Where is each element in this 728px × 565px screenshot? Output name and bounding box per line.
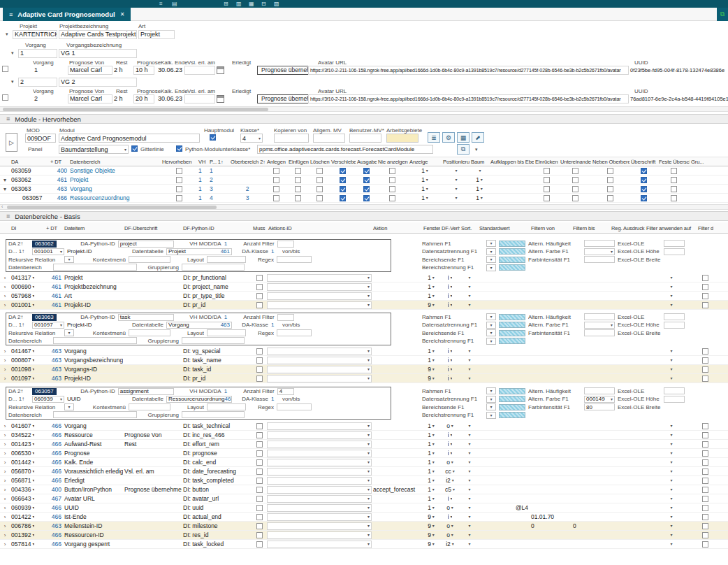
- datentabelle-field[interactable]: Vorgang463: [166, 322, 232, 329]
- filter-anwenden-select[interactable]: ▾: [669, 469, 672, 473]
- bereichstrennung-color-field[interactable]: [499, 412, 525, 418]
- row-expander[interactable]: ›: [0, 357, 10, 364]
- df-verh-select[interactable]: o▾: [446, 504, 453, 511]
- di-select[interactable]: 001422▾: [11, 513, 34, 520]
- df-verh-select[interactable]: cc▾: [445, 468, 455, 475]
- aktions-id-field[interactable]: ▾: [267, 292, 372, 300]
- filter-anwenden-select[interactable]: ▾: [669, 460, 672, 464]
- df-verh-select[interactable]: i▾: [448, 366, 453, 373]
- rekursive-relation-select[interactable]: ▾: [64, 403, 74, 410]
- di-select[interactable]: 001392▾: [11, 531, 34, 538]
- fenster-select[interactable]: 1▾: [428, 504, 435, 511]
- bereichsende-select[interactable]: ▾: [486, 256, 496, 263]
- ausgabe-checkbox[interactable]: [363, 186, 370, 192]
- aktions-id-field[interactable]: ▾: [267, 522, 372, 530]
- di-select[interactable]: 041317▾: [11, 274, 34, 281]
- open-window-button[interactable]: ⧉: [717, 8, 728, 21]
- farbintensitaet-field[interactable]: [584, 256, 615, 263]
- datentabelle-field[interactable]: Ressourcenzuordnung466: [166, 396, 232, 403]
- datenbereich-field[interactable]: [53, 411, 137, 418]
- tab-menu-icon[interactable]: ≡: [9, 11, 13, 18]
- baum-select[interactable]: 1▾: [476, 194, 483, 201]
- benutzer-mv-field[interactable]: [349, 134, 381, 143]
- bereichstrennung-select[interactable]: ▾: [486, 412, 496, 419]
- table-icon[interactable]: ▦: [249, 1, 254, 7]
- python-modulunterklasse-checkbox[interactable]: [176, 145, 182, 152]
- da-id[interactable]: 063057: [32, 388, 57, 395]
- di-select[interactable]: 000807▾: [11, 357, 34, 364]
- filter-anwenden-select[interactable]: ▾: [669, 276, 672, 280]
- kontextmenu-field[interactable]: [129, 403, 170, 410]
- excel-ole-hoehe-field[interactable]: [664, 322, 685, 329]
- di-select[interactable]: 001098▾: [11, 366, 34, 373]
- muss-checkbox[interactable]: [256, 505, 263, 511]
- dateitem-select[interactable]: 001097▾: [32, 322, 64, 329]
- bereichsende-select[interactable]: ▾: [486, 403, 496, 410]
- sort-select[interactable]: ▾: [467, 442, 470, 446]
- fenster-select[interactable]: 1▾: [428, 283, 435, 290]
- di-select[interactable]: 000690▾: [11, 283, 34, 290]
- project-name-field[interactable]: KARTENTRICKS: [13, 30, 57, 39]
- list-settings-icon[interactable]: ≣: [428, 132, 440, 143]
- hervorheben-checkbox[interactable]: [176, 177, 182, 183]
- filter-deak-checkbox[interactable]: [702, 302, 708, 308]
- fenster-select[interactable]: 1▾: [428, 274, 435, 281]
- grid-icon[interactable]: ⊟: [261, 1, 266, 7]
- muss-checkbox[interactable]: [256, 450, 263, 457]
- di-select[interactable]: 001423▾: [11, 441, 34, 448]
- filter-deak-checkbox[interactable]: [702, 423, 708, 429]
- row-expander[interactable]: ›: [0, 487, 10, 493]
- row-expander[interactable]: ▾: [0, 177, 10, 183]
- muss-checkbox[interactable]: [256, 541, 263, 548]
- fenster-select[interactable]: 9▾: [428, 522, 435, 529]
- aktions-id-field[interactable]: ▾: [267, 431, 372, 439]
- datensatztrennung-color-field[interactable]: [499, 396, 525, 402]
- filter-deak-checkbox[interactable]: [702, 366, 708, 373]
- altern-farbe-select[interactable]: ▾: [584, 248, 615, 255]
- filter-deak-checkbox[interactable]: [702, 348, 708, 355]
- ueberschrift-checkbox[interactable]: [641, 177, 647, 183]
- aktions-id-field[interactable]: ▾: [267, 531, 372, 539]
- layout-field[interactable]: [207, 329, 246, 336]
- filter-anwenden-select[interactable]: ▾: [669, 442, 672, 446]
- einfuegen-checkbox[interactable]: [295, 168, 301, 174]
- rekursive-relation-select[interactable]: ▾: [64, 256, 74, 263]
- filter-anwenden-select[interactable]: ▾: [669, 506, 672, 510]
- sort-select[interactable]: ▾: [467, 376, 470, 380]
- positionierung-select[interactable]: ▾: [453, 178, 457, 182]
- di-select[interactable]: 060939▾: [11, 504, 34, 511]
- fenster-select[interactable]: 1▾: [428, 486, 435, 493]
- di-select[interactable]: 056870▾: [11, 468, 34, 475]
- einruecken-checkbox[interactable]: [544, 195, 550, 201]
- filter-anwenden-select[interactable]: ▾: [669, 487, 672, 492]
- row-expander[interactable]: ›: [0, 366, 10, 373]
- nie-anzeigen-checkbox[interactable]: [389, 168, 395, 174]
- row-expander[interactable]: ›: [0, 275, 10, 281]
- muss-checkbox[interactable]: [256, 293, 263, 299]
- filter-anwenden-select[interactable]: ▾: [669, 376, 672, 380]
- muss-checkbox[interactable]: [256, 275, 263, 281]
- layout-field[interactable]: [207, 256, 246, 263]
- section-menu-icon[interactable]: ≡: [6, 115, 10, 122]
- rahmen-color-field[interactable]: [499, 314, 525, 320]
- filter-anwenden-select[interactable]: ▾: [669, 524, 672, 528]
- hervorheben-checkbox[interactable]: [176, 186, 182, 192]
- datensatztrennung-select[interactable]: ▾: [486, 248, 496, 255]
- fenster-select[interactable]: 9▾: [428, 366, 435, 373]
- baum-select[interactable]: ▾: [477, 169, 481, 173]
- bereichsende-color-field[interactable]: [499, 257, 525, 263]
- fenster-select[interactable]: 1▾: [428, 431, 435, 438]
- calendar-icon[interactable]: [217, 95, 224, 103]
- einruecken-checkbox[interactable]: [544, 177, 550, 183]
- filter-deak-checkbox[interactable]: [702, 284, 708, 290]
- filter-anwenden-select[interactable]: ▾: [669, 496, 672, 501]
- row-expander[interactable]: ›: [0, 348, 10, 355]
- di-select[interactable]: 004336▾: [11, 486, 34, 493]
- hauptmodul-checkbox[interactable]: [210, 134, 216, 141]
- di-select[interactable]: 001001▾: [11, 301, 34, 308]
- filter-anwenden-select[interactable]: ▾: [669, 358, 672, 362]
- muss-checkbox[interactable]: [256, 302, 263, 308]
- datentabelle-field[interactable]: Projekt461: [166, 248, 232, 255]
- baum-select[interactable]: 1▾: [476, 176, 483, 183]
- dateitem-select[interactable]: 060939▾: [32, 396, 64, 403]
